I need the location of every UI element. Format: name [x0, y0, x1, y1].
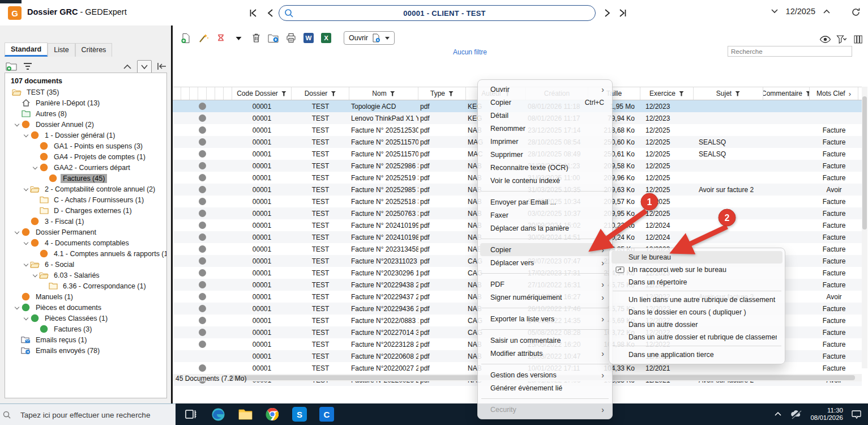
context-menu-item-copier[interactable]: Copier› [480, 243, 610, 256]
vertical-scrollbar[interactable] [862, 87, 867, 368]
notifications-icon[interactable] [851, 409, 862, 419]
context-menu-item-exporter-la-liste-vers[interactable]: Exporter la liste vers› [480, 312, 610, 325]
expand-up-icon[interactable] [122, 62, 132, 71]
expanded-chevron-icon[interactable] [23, 314, 30, 322]
period-previous-icon[interactable] [770, 7, 779, 16]
excel-button[interactable]: X [320, 32, 332, 44]
printer-button[interactable] [285, 32, 297, 44]
context-menu-item-imprimer[interactable]: Imprimer [480, 135, 610, 148]
dossier-search-input[interactable]: 00001 - CLIENT - TEST [279, 5, 596, 21]
tab-liste[interactable]: Liste [48, 43, 75, 57]
tree-item-d-charges-externes-1[interactable]: D - Charges externes (1) [5, 205, 166, 216]
tree-item-pieces-classees-1[interactable]: Pièces Classées (1) [5, 313, 166, 324]
taskbar-chrome-button[interactable] [266, 407, 279, 421]
copy-submenu-item-dans-un-autre-dossier-et-rubrique-de-classement[interactable]: Dans un autre dossier et rubrique de cla… [612, 331, 783, 343]
context-menu-item-generer-evenement-lie[interactable]: Générer évènement lié [480, 381, 610, 394]
tree-item-4-documents-comptables[interactable]: 4 - Documents comptables [5, 237, 166, 248]
tree-item-2-comptabilite-controle-annuel-2[interactable]: 2 - Comptabilité controle annuel (2) [5, 184, 166, 194]
tree-item-ga4-projets-de-comptes-1[interactable]: GA4 - Projets de comptes (1) [5, 151, 166, 162]
tree-item-dossier-annuel-2[interactable]: Dossier Annuel (2) [5, 119, 166, 130]
eye-button[interactable] [819, 33, 831, 45]
expanded-chevron-icon[interactable] [14, 304, 21, 311]
collapse-down-icon[interactable] [137, 60, 152, 74]
tree-item-dossier-permanent[interactable]: Dossier Permanent [5, 227, 166, 237]
dropdown-triangle-button[interactable] [233, 32, 244, 44]
tab-standard[interactable]: Standard [5, 42, 48, 57]
vertical-scrollbar-thumb[interactable] [862, 96, 867, 230]
filter-button[interactable] [836, 33, 847, 45]
context-menu-item-ouvrir[interactable]: Ouvrir› [480, 83, 610, 96]
column-filter-icon[interactable] [735, 91, 740, 96]
tree-item-1-dossier-general-1[interactable]: 1 - Dossier général (1) [5, 130, 166, 141]
taskbar-app-c-button[interactable]: C [320, 407, 333, 421]
header-cell-mots-clef[interactable]: Mots Clef› [810, 87, 858, 100]
tree-item-emails-recus-1[interactable]: Emails reçus (1) [5, 334, 166, 345]
tree-item-6-36-correspondance-1[interactable]: 6.36 - Correspondance (1) [5, 280, 166, 291]
edit-wand-button[interactable] [198, 32, 209, 44]
more-columns-icon[interactable]: › [849, 90, 851, 98]
context-menu-item-deplacer-dans-la-paniere[interactable]: Déplacer dans la panière [480, 222, 610, 235]
copy-submenu-item-un-lien-dans-une-autre-rubrique-de-classement[interactable]: Un lien dans une autre rubrique de class… [612, 294, 783, 306]
header-cell-exercice[interactable]: Exercice [640, 87, 694, 100]
taskbar-clock[interactable]: 11:30 08/01/2026 [810, 407, 843, 422]
offline-cloud-icon[interactable] [790, 409, 802, 419]
tree-item-6-social[interactable]: 6 - Social [5, 259, 166, 270]
context-menu-item-copier[interactable]: CopierCtrl+C [480, 96, 610, 109]
trash-button[interactable] [250, 32, 262, 44]
period-next-icon[interactable] [822, 7, 831, 16]
header-cell-type[interactable]: Type [418, 87, 466, 100]
column-filter-icon[interactable] [448, 91, 454, 96]
tree-item-3-fiscal-1[interactable]: 3 - Fiscal (1) [5, 216, 166, 227]
filter-status-link[interactable]: Aucun filtre [433, 48, 507, 56]
expanded-chevron-icon[interactable] [32, 164, 39, 171]
tree-item-autres-8[interactable]: Autres (8) [5, 108, 166, 119]
copy-submenu-item-un-raccourci-web-sur-le-bureau[interactable]: Un raccourci web sur le bureau [612, 264, 783, 276]
header-cell-sujet[interactable]: Sujet [694, 87, 763, 100]
taskbar-task-view-button[interactable] [184, 407, 198, 421]
expanded-chevron-icon[interactable] [14, 121, 21, 128]
previous-record-icon[interactable] [265, 7, 276, 19]
tree-item-factures-45[interactable]: Factures (45) [5, 173, 166, 184]
context-menu-item-reconnaitre-texte-ocr[interactable]: Reconnaitre texte (OCR) [480, 161, 610, 174]
expanded-chevron-icon[interactable] [23, 185, 30, 193]
last-record-icon[interactable] [617, 7, 628, 19]
context-menu-item-saisir-un-commentaire[interactable]: Saisir un commentaire [480, 334, 610, 347]
tree-item-4-1-comptes-annuels-rapports-1[interactable]: 4.1 - Comptes annuels & rapports (1) [5, 248, 166, 259]
context-menu-item-signer-numeriquement[interactable]: Signer numériquement› [480, 291, 610, 304]
column-filter-icon[interactable] [806, 91, 810, 96]
column-filter-icon[interactable] [331, 91, 336, 96]
taskbar-edge-button[interactable] [211, 407, 225, 421]
header-cell-nom[interactable]: Nom [349, 87, 418, 100]
copy-submenu-item-dans-une-application-tierce[interactable]: Dans une application tierce [612, 348, 783, 361]
expanded-chevron-icon[interactable] [14, 228, 21, 236]
column-filter-icon[interactable] [281, 91, 287, 96]
columns-button[interactable] [852, 33, 863, 45]
tree-item-paniere-i-depot-13[interactable]: Panière I-Dépot (13) [5, 97, 166, 108]
stamp-button[interactable] [215, 32, 226, 44]
context-menu-item-cecurity[interactable]: Cecurity› [480, 403, 610, 416]
context-menu-item-deplacer-vers[interactable]: Déplacer vers› [480, 256, 610, 269]
tree-item-pieces-et-documents[interactable]: Pièces et documents [5, 302, 166, 313]
taskbar-skype-button[interactable]: S [293, 407, 306, 421]
classify-folder-icon[interactable] [6, 61, 17, 71]
context-menu-item-voir-le-contenu-indexe[interactable]: Voir le contenu indexé [480, 174, 610, 187]
tree-item-test-35[interactable]: TEST (35) [5, 87, 166, 97]
expanded-chevron-icon[interactable] [23, 261, 30, 268]
taskbar-explorer-button[interactable] [238, 407, 252, 421]
copy-submenu-item-dans-le-dossier-en-cours-dupliquer[interactable]: Dans le dossier en cours ( dupliquer ) [612, 306, 783, 318]
refresh-icon[interactable] [850, 7, 861, 18]
next-record-icon[interactable] [601, 7, 613, 19]
header-cell-commentaire[interactable]: Commentaire [763, 87, 810, 100]
tree-item-emails-envoyes-78[interactable]: Emails envoyés (78) [5, 345, 166, 356]
tree-item-ga1-points-en-suspens-3[interactable]: GA1 - Points en suspens (3) [5, 141, 166, 151]
tray-expand-icon[interactable] [774, 410, 782, 418]
first-record-icon[interactable] [247, 7, 259, 19]
tree-item-6-03-salaries[interactable]: 6.03 - Salariés [5, 270, 166, 280]
expanded-chevron-icon[interactable] [23, 131, 30, 139]
tab-criteres[interactable]: Critères [75, 43, 113, 57]
word-button[interactable]: W [303, 32, 314, 44]
context-menu-item-modifier-attributs[interactable]: Modifier attributs› [480, 347, 610, 360]
tree-item-c-achats-fournisseurs-1[interactable]: C - Achats / Fournisseurs (1) [5, 194, 166, 205]
search-input[interactable] [728, 46, 852, 57]
open-dropdown-caret-icon[interactable] [385, 37, 390, 40]
